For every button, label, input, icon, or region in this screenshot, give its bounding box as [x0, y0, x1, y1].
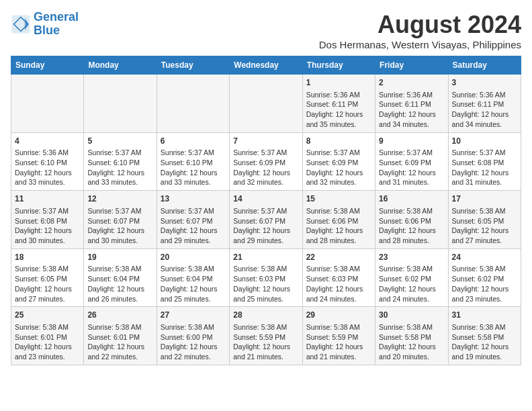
header-day-sunday: Sunday	[11, 56, 84, 75]
day-info: Sunset: 6:11 PM	[379, 99, 444, 109]
calendar-cell: 13Sunrise: 5:37 AMSunset: 6:07 PMDayligh…	[157, 191, 229, 249]
day-info: Daylight: 12 hours	[233, 168, 298, 178]
day-info: Sunset: 6:08 PM	[452, 158, 517, 168]
day-number: 8	[306, 136, 371, 147]
day-info: and 33 minutes.	[15, 177, 80, 187]
header-day-thursday: Thursday	[302, 56, 375, 75]
week-row-5: 25Sunrise: 5:38 AMSunset: 6:01 PMDayligh…	[11, 307, 521, 365]
day-info: and 24 minutes.	[379, 294, 444, 304]
day-info: Sunset: 6:09 PM	[306, 158, 371, 168]
calendar-cell: 25Sunrise: 5:38 AMSunset: 6:01 PMDayligh…	[11, 307, 84, 365]
day-number: 6	[161, 136, 226, 147]
header-day-wednesday: Wednesday	[230, 56, 302, 75]
day-number: 12	[87, 193, 152, 205]
day-number: 24	[452, 252, 517, 263]
week-row-4: 18Sunrise: 5:38 AMSunset: 6:05 PMDayligh…	[11, 248, 521, 307]
day-info: and 32 minutes.	[306, 177, 371, 187]
calendar-cell: 28Sunrise: 5:38 AMSunset: 5:59 PMDayligh…	[230, 307, 302, 365]
day-number: 23	[379, 252, 444, 263]
calendar-cell: 12Sunrise: 5:37 AMSunset: 6:07 PMDayligh…	[84, 191, 157, 249]
week-row-2: 4Sunrise: 5:36 AMSunset: 6:10 PMDaylight…	[11, 132, 521, 191]
day-info: Daylight: 12 hours	[379, 342, 444, 352]
day-number: 29	[306, 310, 371, 321]
day-info: Sunrise: 5:37 AM	[233, 148, 298, 158]
day-info: Sunset: 5:59 PM	[233, 332, 298, 342]
day-info: Sunrise: 5:38 AM	[306, 322, 371, 332]
week-row-3: 11Sunrise: 5:37 AMSunset: 6:08 PMDayligh…	[11, 191, 521, 249]
logo: General Blue	[11, 11, 79, 38]
day-info: and 23 minutes.	[15, 352, 80, 362]
day-info: Sunset: 6:08 PM	[15, 216, 80, 226]
day-info: Daylight: 12 hours	[15, 168, 80, 178]
day-info: Sunset: 6:07 PM	[161, 216, 226, 226]
header-row: SundayMondayTuesdayWednesdayThursdayFrid…	[11, 56, 521, 75]
logo-icon	[11, 14, 31, 34]
day-info: and 32 minutes.	[233, 177, 298, 187]
day-info: Daylight: 12 hours	[233, 342, 298, 352]
calendar-cell: 19Sunrise: 5:38 AMSunset: 6:04 PMDayligh…	[84, 248, 157, 307]
day-info: Sunrise: 5:37 AM	[15, 206, 80, 216]
day-info: Sunrise: 5:36 AM	[306, 90, 371, 100]
day-info: Daylight: 12 hours	[452, 226, 517, 236]
day-info: Sunset: 5:58 PM	[452, 332, 517, 342]
calendar-cell: 14Sunrise: 5:37 AMSunset: 6:07 PMDayligh…	[230, 191, 302, 249]
day-info: Daylight: 12 hours	[15, 226, 80, 236]
day-info: Sunset: 5:58 PM	[379, 332, 444, 342]
day-info: Daylight: 12 hours	[452, 284, 517, 294]
day-info: and 20 minutes.	[379, 352, 444, 362]
calendar-table: SundayMondayTuesdayWednesdayThursdayFrid…	[11, 56, 521, 365]
header-day-monday: Monday	[84, 56, 157, 75]
day-info: Daylight: 12 hours	[379, 168, 444, 178]
day-info: and 21 minutes.	[306, 352, 371, 362]
day-info: and 33 minutes.	[87, 177, 152, 187]
calendar-cell	[11, 75, 84, 133]
day-info: Sunset: 6:04 PM	[87, 274, 152, 284]
day-info: Daylight: 12 hours	[161, 226, 226, 236]
day-number: 9	[379, 136, 444, 147]
calendar-cell: 24Sunrise: 5:38 AMSunset: 6:02 PMDayligh…	[448, 248, 521, 307]
day-info: Daylight: 12 hours	[306, 168, 371, 178]
day-info: and 29 minutes.	[233, 236, 298, 246]
day-info: Sunrise: 5:36 AM	[379, 90, 444, 100]
day-info: Sunset: 6:00 PM	[161, 332, 226, 342]
day-number: 10	[452, 136, 517, 147]
day-info: Daylight: 12 hours	[306, 342, 371, 352]
day-info: Sunset: 6:09 PM	[233, 158, 298, 168]
day-info: Daylight: 12 hours	[87, 284, 152, 294]
day-number: 16	[379, 193, 444, 205]
day-number: 13	[161, 193, 226, 205]
day-info: Sunrise: 5:37 AM	[87, 148, 152, 158]
day-info: Sunrise: 5:36 AM	[15, 148, 80, 158]
day-info: Sunrise: 5:37 AM	[306, 148, 371, 158]
header-day-saturday: Saturday	[448, 56, 521, 75]
day-info: Daylight: 12 hours	[379, 284, 444, 294]
subtitle: Dos Hermanas, Western Visayas, Philippin…	[319, 39, 521, 50]
day-info: and 30 minutes.	[87, 236, 152, 246]
day-info: and 31 minutes.	[379, 177, 444, 187]
day-info: Sunrise: 5:38 AM	[452, 206, 517, 216]
day-info: Sunset: 6:10 PM	[161, 158, 226, 168]
day-number: 17	[452, 193, 517, 205]
calendar-cell	[84, 75, 157, 133]
day-number: 2	[379, 77, 444, 89]
day-info: and 23 minutes.	[452, 294, 517, 304]
day-info: Sunrise: 5:37 AM	[161, 148, 226, 158]
day-info: Sunrise: 5:38 AM	[306, 206, 371, 216]
calendar-cell: 20Sunrise: 5:38 AMSunset: 6:04 PMDayligh…	[157, 248, 229, 307]
day-info: Sunrise: 5:38 AM	[379, 206, 444, 216]
day-info: Sunrise: 5:38 AM	[15, 264, 80, 274]
day-info: Daylight: 12 hours	[379, 109, 444, 120]
calendar-body: 1Sunrise: 5:36 AMSunset: 6:11 PMDaylight…	[11, 75, 521, 365]
day-info: Daylight: 12 hours	[233, 226, 298, 236]
calendar-cell	[157, 75, 229, 133]
day-info: and 22 minutes.	[161, 352, 226, 362]
day-info: Daylight: 12 hours	[306, 284, 371, 294]
page-header: General Blue August 2024 Dos Hermanas, W…	[11, 11, 521, 50]
calendar-cell: 4Sunrise: 5:36 AMSunset: 6:10 PMDaylight…	[11, 132, 84, 191]
day-info: Sunrise: 5:38 AM	[161, 264, 226, 274]
day-info: and 27 minutes.	[15, 294, 80, 304]
calendar-cell: 1Sunrise: 5:36 AMSunset: 6:11 PMDaylight…	[302, 75, 375, 133]
day-info: Sunset: 6:09 PM	[379, 158, 444, 168]
day-number: 3	[452, 77, 517, 89]
day-info: and 29 minutes.	[161, 236, 226, 246]
